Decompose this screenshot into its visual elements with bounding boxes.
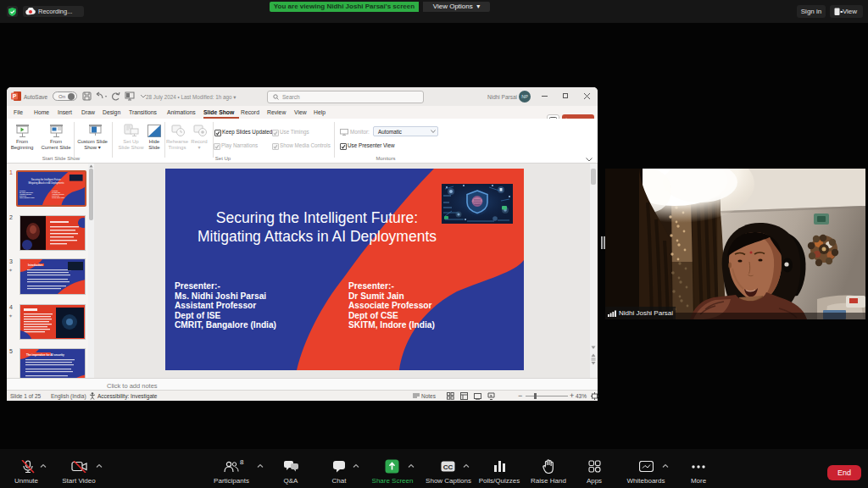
svg-text:Assistant Professor: Assistant Professor — [175, 301, 256, 310]
svg-text:P: P — [13, 93, 17, 99]
svg-text:Dept of ISE: Dept of ISE — [175, 311, 221, 320]
svg-text:Ms. Nidhi Joshi Parsai: Ms. Nidhi Joshi Parsai — [175, 291, 266, 301]
svg-text:Introduction: Introduction — [28, 263, 43, 267]
svg-text:Ms. Nidhi Joshi Parsai: Ms. Nidhi Joshi Parsai — [19, 192, 33, 193]
svg-text:Associate Professor: Associate Professor — [348, 301, 432, 310]
svg-text:Securing the Intelligent Futur: Securing the Intelligent Future: — [216, 209, 418, 226]
svg-text:Presenter:-: Presenter:- — [348, 281, 394, 291]
svg-text:Dr Sumit Jain: Dr Sumit Jain — [348, 291, 404, 301]
svg-text:The imperative for AI security: The imperative for AI security — [26, 353, 64, 357]
svg-text:Dept of CSE: Dept of CSE — [348, 311, 398, 320]
svg-text:CMRIT, Bangalore (India): CMRIT, Bangalore (India) — [175, 320, 276, 330]
svg-text:SKITM, Indore (India): SKITM, Indore (India) — [348, 320, 435, 330]
svg-text:CC: CC — [443, 463, 453, 471]
svg-text:Presenter:-: Presenter:- — [175, 281, 220, 291]
svg-text:Mitigating Attacks in AI Deplo: Mitigating Attacks in AI Deployments — [198, 228, 437, 245]
